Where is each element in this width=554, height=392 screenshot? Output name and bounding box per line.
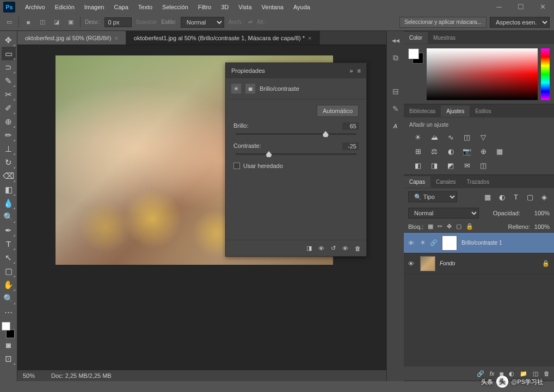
history-brush-tool[interactable]: ↻ [2,155,16,169]
select-mask-button[interactable]: Seleccionar y aplicar máscara... [399,17,487,28]
sel-subtract-icon[interactable]: ◪ [52,17,61,27]
quick-mask[interactable]: ◙ [2,338,16,352]
hue-icon[interactable]: ⊞ [413,146,423,156]
maximize-button[interactable]: ☐ [513,2,529,13]
fill-value[interactable]: 100% [534,223,550,230]
selective-icon[interactable]: ✉ [461,160,472,170]
photo-filter-icon[interactable]: 📷 [461,146,472,156]
layer-item-background[interactable]: 👁 Fondo 🔒 [404,253,554,274]
lock-pixels-icon[interactable]: ✏ [438,223,442,230]
screen-mode[interactable]: ⊡ [2,352,16,365]
delete-icon[interactable]: 🗑 [544,370,550,377]
feather-input[interactable] [104,17,132,27]
gradient-tool[interactable]: ◧ [2,183,16,196]
channel-mixer-icon[interactable]: ⊕ [478,146,489,156]
adjustments-tab[interactable]: Ajustes [441,105,470,117]
brightness-value[interactable]: 65 [342,122,359,130]
zoom-tool[interactable]: 🔍 [2,291,16,305]
filter-adjust-icon[interactable]: ◐ [496,192,507,202]
collapse-icon[interactable]: » [349,67,353,74]
char-icon[interactable]: ⊟ [390,85,402,97]
close-icon[interactable]: × [114,35,118,41]
lock-pos-icon[interactable]: ✥ [447,223,452,230]
layer-filter-select[interactable]: 🔍 Tipo [408,191,457,202]
layer-thumb[interactable] [420,256,435,271]
paths-tab[interactable]: Trazados [461,176,495,188]
layer-item-adjustment[interactable]: 👁 ☀ 🔗 Brillo/contraste 1 [404,233,554,253]
contrast-value[interactable]: -25 [342,142,359,150]
style-select[interactable]: Normal [181,17,224,28]
filter-shape-icon[interactable]: ▢ [525,192,535,202]
color-picker[interactable] [427,48,538,100]
brush-panel-icon[interactable]: ✎ [390,103,402,115]
delete-icon[interactable]: 🗑 [355,245,361,252]
blend-mode-select[interactable]: Normal [408,208,479,219]
clip-icon[interactable]: ◨ [306,245,312,252]
layers-tab[interactable]: Capas [404,176,430,188]
brush-tool[interactable]: ✏ [2,128,16,142]
menu-capa[interactable]: Capa [109,2,132,13]
menu-3d[interactable]: 3D [217,2,233,13]
menu-edicion[interactable]: Edición [51,2,79,13]
type-tool[interactable]: T [2,237,16,251]
filter-smart-icon[interactable]: ◈ [539,192,550,202]
auto-button[interactable]: Automático [317,105,359,117]
libraries-tab[interactable]: Bibliotecas [404,105,441,117]
layer-name[interactable]: Brillo/contraste 1 [461,240,502,246]
lock-trans-icon[interactable]: ▦ [428,223,433,230]
history-icon[interactable]: ⧉ [390,52,402,64]
brightness-slider[interactable] [236,133,356,135]
bw-icon[interactable]: ◐ [445,146,456,156]
curves-icon[interactable]: ∿ [445,132,456,142]
swatches-tab[interactable]: Muestras [428,32,461,43]
layer-mask-thumb[interactable] [442,235,457,251]
path-select-tool[interactable]: ↖ [2,251,16,264]
layer-name[interactable]: Fondo [440,260,455,266]
menu-texto[interactable]: Texto [134,2,157,13]
tab-1[interactable]: oktoberfest1.jpg al 50% (Brillo/contrast… [126,31,320,45]
stamp-tool[interactable]: ⊥ [2,142,16,155]
channels-tab[interactable]: Canales [430,176,461,188]
hue-slider[interactable] [541,48,550,100]
view-previous-icon[interactable]: 👁 [318,245,324,252]
menu-filtro[interactable]: Filtro [194,2,216,13]
opacity-value[interactable]: 100% [534,210,550,216]
legacy-checkbox[interactable] [233,163,240,169]
toggle-visibility-icon[interactable]: 👁 [342,245,348,252]
sel-add-icon[interactable]: ◫ [38,17,47,27]
color-tab[interactable]: Color [404,32,428,43]
color-swatches[interactable] [2,322,16,338]
visibility-icon[interactable]: 👁 [408,260,416,267]
dodge-tool[interactable]: 🔍 [2,210,16,223]
threshold-icon[interactable]: ◩ [445,160,456,170]
zoom-label[interactable]: 50% [23,372,35,379]
close-button[interactable]: ✕ [534,2,551,13]
posterize-icon[interactable]: ◨ [429,160,440,170]
menu-seleccion[interactable]: Selección [158,2,193,13]
filter-pixel-icon[interactable]: ▦ [482,192,493,202]
brightness-icon[interactable]: ☀ [413,132,423,142]
levels-icon[interactable]: ⛰ [429,132,440,142]
lasso-tool[interactable]: ⊃ [2,60,16,74]
invert-icon[interactable]: ◧ [413,160,423,170]
menu-imagen[interactable]: Imagen [80,2,109,13]
menu-icon[interactable]: ≡ [358,67,361,74]
edit-toolbar[interactable]: ⋯ [2,305,16,319]
eraser-tool[interactable]: ⌫ [2,169,16,183]
eyedropper-tool[interactable]: ✐ [2,101,16,115]
styles-tab[interactable]: Estilos [470,105,496,117]
minimize-button[interactable]: ─ [491,2,507,13]
lock-all-icon[interactable]: 🔒 [466,223,473,230]
marquee-preset-icon[interactable]: ▭ [4,17,14,27]
visibility-icon[interactable]: 👁 [408,240,416,246]
doc-info[interactable]: Doc: 2,25 MB/2,25 MB [51,372,112,379]
menu-archivo[interactable]: Archivo [21,2,50,13]
hand-tool[interactable]: ✋ [2,278,16,291]
crop-tool[interactable]: ✂ [2,88,16,101]
lock-artboard-icon[interactable]: ▢ [456,223,461,230]
menu-ventana[interactable]: Ventana [257,2,288,13]
healing-tool[interactable]: ⊕ [2,115,16,128]
exposure-icon[interactable]: ◫ [461,132,472,142]
workspace-select[interactable]: Aspectos esen. [490,17,550,28]
shape-tool[interactable]: ▢ [2,264,16,278]
